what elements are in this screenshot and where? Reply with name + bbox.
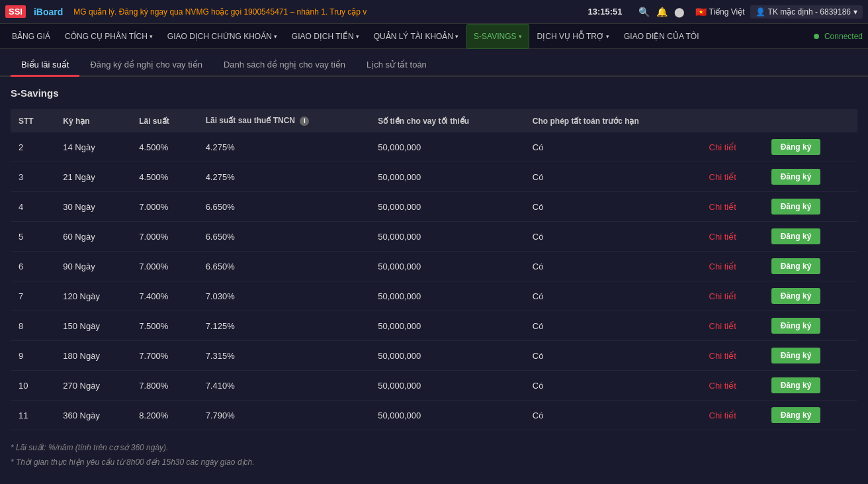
cell-stt: 6 [11, 252, 55, 281]
tab-label-lich-su: Lịch sử tất toán [367, 60, 427, 70]
table-row: 7 120 Ngày 7.400% 7.030% 50,000,000 Có C… [11, 281, 857, 311]
cell-lai-suat-thue: 7.030% [198, 281, 370, 311]
account-icon: 👤 [756, 7, 765, 17]
dang-ky-button[interactable]: Đăng ký [771, 348, 821, 363]
cell-lai-suat-thue: 7.125% [198, 311, 370, 341]
info-icon[interactable]: i [300, 117, 309, 126]
cell-lai-suat: 7.400% [131, 281, 197, 311]
nav-item-giao-dien[interactable]: GIAO DIỆN CỦA TÔI [617, 24, 705, 49]
cell-lai-suat-thue: 6.650% [198, 192, 370, 222]
chi-tiet-link[interactable]: Chi tiết [709, 172, 736, 182]
tab-dang-ky-de-nghi[interactable]: Đăng ký đề nghị cho vay tiền [79, 54, 213, 77]
chi-tiet-link[interactable]: Chi tiết [709, 262, 736, 271]
cell-lai-suat-thue: 4.275% [198, 132, 370, 162]
cell-dang-ky: Đăng ký [763, 162, 857, 192]
nav-item-quan-ly-tai-khoan[interactable]: QUẢN LÝ TÀI KHOẢN ▾ [367, 24, 465, 49]
cell-dang-ky: Đăng ký [763, 341, 857, 371]
tab-lich-su-tat-toan[interactable]: Lịch sử tất toán [356, 54, 437, 77]
cell-ky-han: 360 Ngày [55, 401, 131, 430]
cell-cho-phep: Có [525, 162, 701, 192]
nav-item-giao-dich-tien[interactable]: GIAO DỊCH TIỀN ▾ [285, 24, 366, 49]
dang-ky-button[interactable]: Đăng ký [771, 169, 821, 185]
cell-stt: 5 [11, 222, 55, 252]
cell-ky-han: 30 Ngày [55, 192, 131, 222]
nav-label-bang-gia: BẢNG GIÁ [12, 32, 50, 41]
cell-ky-han: 90 Ngày [55, 252, 131, 281]
chi-tiet-link[interactable]: Chi tiết [709, 291, 736, 301]
cell-so-tien: 50,000,000 [370, 281, 525, 311]
table-row: 8 150 Ngày 7.500% 7.125% 50,000,000 Có C… [11, 311, 857, 341]
nav-item-dich-vu-ho-tro[interactable]: DỊCH VỤ HỖ TRỢ ▾ [531, 24, 616, 49]
nav-label-ssavings: S-SAVINGS [474, 32, 516, 41]
search-icon[interactable]: 🔍 [638, 7, 650, 17]
cell-so-tien: 50,000,000 [370, 252, 525, 281]
dang-ky-button[interactable]: Đăng ký [771, 199, 821, 215]
cell-chi-tiet: Chi tiết [701, 281, 763, 311]
chi-tiet-link[interactable]: Chi tiết [709, 142, 736, 152]
dang-ky-button[interactable]: Đăng ký [771, 258, 821, 274]
marquee-text: MG quản lý. Đăng ký ngay qua NVMG hoặc g… [73, 7, 577, 17]
dang-ky-button[interactable]: Đăng ký [771, 318, 821, 334]
cell-ky-han: 150 Ngày [55, 311, 131, 341]
nav-item-bang-gia[interactable]: BẢNG GIÁ [5, 24, 57, 49]
nav-item-giao-dich-chung-khoan[interactable]: GIAO DỊCH CHỨNG KHOÁN ▾ [161, 24, 284, 49]
tab-bieu-lai-suat[interactable]: Biểu lãi suất [11, 54, 79, 77]
clock: 13:15:51 [588, 7, 623, 17]
nav-label-gdt: GIAO DỊCH TIỀN [292, 32, 354, 41]
cell-lai-suat: 7.000% [131, 252, 197, 281]
nav-item-cong-cu-phan-tich[interactable]: CÔNG CỤ PHÂN TÍCH ▾ [58, 24, 159, 49]
chi-tiet-link[interactable]: Chi tiết [709, 351, 736, 361]
dang-ky-button[interactable]: Đăng ký [771, 288, 821, 304]
chi-tiet-link[interactable]: Chi tiết [709, 321, 736, 331]
language-selector[interactable]: 🇻🇳 Tiếng Việt [695, 7, 745, 17]
cell-lai-suat: 7.700% [131, 341, 197, 371]
dang-ky-button[interactable]: Đăng ký [771, 377, 821, 393]
cell-so-tien: 50,000,000 [370, 371, 525, 401]
chi-tiet-link[interactable]: Chi tiết [709, 202, 736, 212]
chi-tiet-link[interactable]: Chi tiết [709, 232, 736, 242]
col-header-lai-suat-thue: Lãi suất sau thuế TNCN i [198, 109, 370, 132]
cell-stt: 8 [11, 311, 55, 341]
tab-danh-sach-de-nghi[interactable]: Danh sách đề nghị cho vay tiền [213, 54, 356, 77]
cell-lai-suat: 7.500% [131, 311, 197, 341]
table-row: 2 14 Ngày 4.500% 4.275% 50,000,000 Có Ch… [11, 132, 857, 162]
cell-so-tien: 50,000,000 [370, 222, 525, 252]
cell-so-tien: 50,000,000 [370, 311, 525, 341]
chi-tiet-link[interactable]: Chi tiết [709, 411, 736, 420]
cell-dang-ky: Đăng ký [763, 401, 857, 430]
col-header-cho-phep: Cho phép tất toán trước hạn [525, 109, 701, 132]
nav-item-s-savings[interactable]: S-SAVINGS ▾ [466, 24, 529, 49]
dang-ky-button[interactable]: Đăng ký [771, 139, 821, 155]
cell-stt: 9 [11, 341, 55, 371]
cell-lai-suat: 8.200% [131, 401, 197, 430]
cell-cho-phep: Có [525, 311, 701, 341]
col-header-dang-ky [763, 109, 857, 132]
chi-tiet-link[interactable]: Chi tiết [709, 381, 736, 391]
cell-cho-phep: Có [525, 401, 701, 430]
dang-ky-button[interactable]: Đăng ký [771, 228, 821, 244]
cell-dang-ky: Đăng ký [763, 311, 857, 341]
cell-chi-tiet: Chi tiết [701, 311, 763, 341]
bell-icon[interactable]: 🔔 [656, 7, 668, 17]
cell-lai-suat: 4.500% [131, 132, 197, 162]
connected-dot-icon [814, 34, 819, 39]
logo: SSI [5, 5, 26, 18]
interest-rate-table: STT Kỳ hạn Lãi suất Lãi suất sau thuế TN… [11, 109, 857, 430]
brand: iBoard [34, 7, 63, 17]
cell-ky-han: 180 Ngày [55, 341, 131, 371]
cell-ky-han: 60 Ngày [55, 222, 131, 252]
cell-dang-ky: Đăng ký [763, 371, 857, 401]
tab-label-danh-sach: Danh sách đề nghị cho vay tiền [224, 60, 345, 70]
account-chevron-icon: ▾ [853, 7, 857, 17]
page-content: S-Savings STT Kỳ hạn Lãi suất Lãi suất s… [0, 77, 868, 480]
footnote-1: * Lãi suất: %/năm (tính trên cơ sở 360 n… [11, 441, 857, 456]
col-header-stt: STT [11, 109, 55, 132]
account-selector[interactable]: 👤 TK mặc định - 6839186 ▾ [750, 5, 863, 19]
connected-label: Connected [824, 32, 863, 41]
cell-chi-tiet: Chi tiết [701, 162, 763, 192]
cell-lai-suat: 4.500% [131, 162, 197, 192]
dang-ky-button[interactable]: Đăng ký [771, 407, 821, 423]
nav-label-dvht: DỊCH VỤ HỖ TRỢ [537, 32, 604, 41]
cell-stt: 4 [11, 192, 55, 222]
chevron-down-icon: ▾ [356, 33, 359, 40]
